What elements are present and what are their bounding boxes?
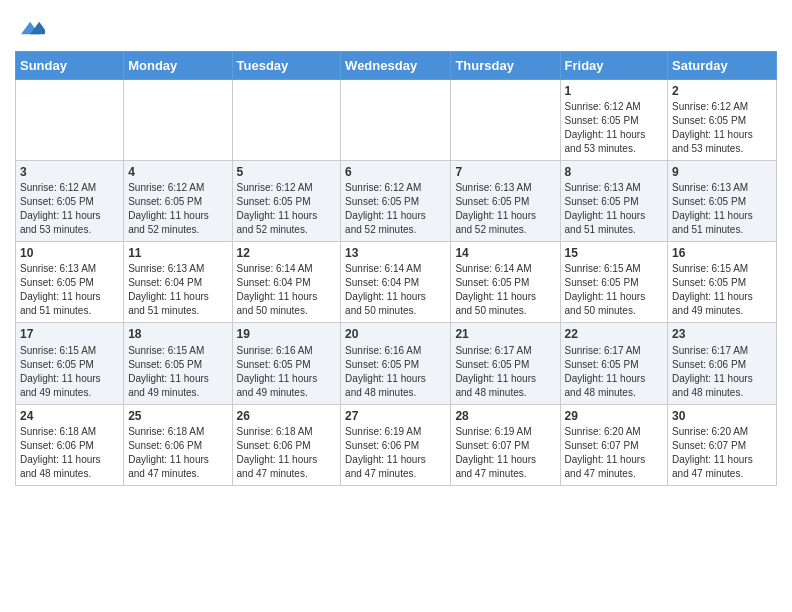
page: SundayMondayTuesdayWednesdayThursdayFrid…	[0, 0, 792, 501]
day-number: 20	[345, 326, 446, 342]
day-info: Sunrise: 6:14 AM Sunset: 6:04 PM Dayligh…	[237, 262, 337, 318]
day-info: Sunrise: 6:15 AM Sunset: 6:05 PM Dayligh…	[128, 344, 227, 400]
day-info: Sunrise: 6:13 AM Sunset: 6:05 PM Dayligh…	[672, 181, 772, 237]
day-number: 27	[345, 408, 446, 424]
day-number: 21	[455, 326, 555, 342]
calendar-cell: 4Sunrise: 6:12 AM Sunset: 6:05 PM Daylig…	[124, 160, 232, 241]
weekday-header-friday: Friday	[560, 51, 668, 79]
day-info: Sunrise: 6:13 AM Sunset: 6:05 PM Dayligh…	[565, 181, 664, 237]
calendar-cell: 8Sunrise: 6:13 AM Sunset: 6:05 PM Daylig…	[560, 160, 668, 241]
day-number: 2	[672, 83, 772, 99]
calendar-cell	[341, 79, 451, 160]
day-info: Sunrise: 6:15 AM Sunset: 6:05 PM Dayligh…	[672, 262, 772, 318]
weekday-header-monday: Monday	[124, 51, 232, 79]
day-info: Sunrise: 6:13 AM Sunset: 6:04 PM Dayligh…	[128, 262, 227, 318]
weekday-header-tuesday: Tuesday	[232, 51, 341, 79]
day-info: Sunrise: 6:14 AM Sunset: 6:04 PM Dayligh…	[345, 262, 446, 318]
day-number: 30	[672, 408, 772, 424]
calendar-cell: 2Sunrise: 6:12 AM Sunset: 6:05 PM Daylig…	[668, 79, 777, 160]
day-info: Sunrise: 6:20 AM Sunset: 6:07 PM Dayligh…	[672, 425, 772, 481]
calendar-cell	[124, 79, 232, 160]
calendar-cell: 7Sunrise: 6:13 AM Sunset: 6:05 PM Daylig…	[451, 160, 560, 241]
day-info: Sunrise: 6:19 AM Sunset: 6:07 PM Dayligh…	[455, 425, 555, 481]
day-info: Sunrise: 6:12 AM Sunset: 6:05 PM Dayligh…	[345, 181, 446, 237]
day-info: Sunrise: 6:17 AM Sunset: 6:05 PM Dayligh…	[455, 344, 555, 400]
day-number: 3	[20, 164, 119, 180]
calendar-cell: 10Sunrise: 6:13 AM Sunset: 6:05 PM Dayli…	[16, 242, 124, 323]
day-info: Sunrise: 6:12 AM Sunset: 6:05 PM Dayligh…	[672, 100, 772, 156]
day-info: Sunrise: 6:17 AM Sunset: 6:06 PM Dayligh…	[672, 344, 772, 400]
weekday-header-row: SundayMondayTuesdayWednesdayThursdayFrid…	[16, 51, 777, 79]
calendar-cell: 24Sunrise: 6:18 AM Sunset: 6:06 PM Dayli…	[16, 404, 124, 485]
day-number: 10	[20, 245, 119, 261]
day-info: Sunrise: 6:15 AM Sunset: 6:05 PM Dayligh…	[20, 344, 119, 400]
day-info: Sunrise: 6:18 AM Sunset: 6:06 PM Dayligh…	[128, 425, 227, 481]
day-number: 14	[455, 245, 555, 261]
day-number: 5	[237, 164, 337, 180]
calendar-cell: 5Sunrise: 6:12 AM Sunset: 6:05 PM Daylig…	[232, 160, 341, 241]
calendar-cell: 26Sunrise: 6:18 AM Sunset: 6:06 PM Dayli…	[232, 404, 341, 485]
week-row-2: 3Sunrise: 6:12 AM Sunset: 6:05 PM Daylig…	[16, 160, 777, 241]
calendar-cell: 28Sunrise: 6:19 AM Sunset: 6:07 PM Dayli…	[451, 404, 560, 485]
day-number: 4	[128, 164, 227, 180]
day-info: Sunrise: 6:12 AM Sunset: 6:05 PM Dayligh…	[20, 181, 119, 237]
calendar-cell: 20Sunrise: 6:16 AM Sunset: 6:05 PM Dayli…	[341, 323, 451, 404]
day-info: Sunrise: 6:20 AM Sunset: 6:07 PM Dayligh…	[565, 425, 664, 481]
day-info: Sunrise: 6:18 AM Sunset: 6:06 PM Dayligh…	[20, 425, 119, 481]
day-number: 1	[565, 83, 664, 99]
day-number: 24	[20, 408, 119, 424]
calendar-cell: 27Sunrise: 6:19 AM Sunset: 6:06 PM Dayli…	[341, 404, 451, 485]
calendar-cell: 29Sunrise: 6:20 AM Sunset: 6:07 PM Dayli…	[560, 404, 668, 485]
week-row-1: 1Sunrise: 6:12 AM Sunset: 6:05 PM Daylig…	[16, 79, 777, 160]
calendar-cell: 30Sunrise: 6:20 AM Sunset: 6:07 PM Dayli…	[668, 404, 777, 485]
logo	[15, 18, 45, 43]
calendar-cell: 11Sunrise: 6:13 AM Sunset: 6:04 PM Dayli…	[124, 242, 232, 323]
calendar-cell	[451, 79, 560, 160]
calendar-cell: 12Sunrise: 6:14 AM Sunset: 6:04 PM Dayli…	[232, 242, 341, 323]
header	[15, 10, 777, 43]
weekday-header-wednesday: Wednesday	[341, 51, 451, 79]
weekday-header-saturday: Saturday	[668, 51, 777, 79]
day-info: Sunrise: 6:14 AM Sunset: 6:05 PM Dayligh…	[455, 262, 555, 318]
calendar-cell: 9Sunrise: 6:13 AM Sunset: 6:05 PM Daylig…	[668, 160, 777, 241]
calendar-cell: 1Sunrise: 6:12 AM Sunset: 6:05 PM Daylig…	[560, 79, 668, 160]
week-row-4: 17Sunrise: 6:15 AM Sunset: 6:05 PM Dayli…	[16, 323, 777, 404]
weekday-header-thursday: Thursday	[451, 51, 560, 79]
day-number: 18	[128, 326, 227, 342]
calendar-cell: 22Sunrise: 6:17 AM Sunset: 6:05 PM Dayli…	[560, 323, 668, 404]
day-info: Sunrise: 6:19 AM Sunset: 6:06 PM Dayligh…	[345, 425, 446, 481]
calendar-cell: 23Sunrise: 6:17 AM Sunset: 6:06 PM Dayli…	[668, 323, 777, 404]
day-number: 7	[455, 164, 555, 180]
day-info: Sunrise: 6:16 AM Sunset: 6:05 PM Dayligh…	[345, 344, 446, 400]
day-number: 26	[237, 408, 337, 424]
day-number: 9	[672, 164, 772, 180]
week-row-3: 10Sunrise: 6:13 AM Sunset: 6:05 PM Dayli…	[16, 242, 777, 323]
day-number: 17	[20, 326, 119, 342]
day-number: 15	[565, 245, 664, 261]
logo-text	[15, 18, 45, 43]
day-info: Sunrise: 6:12 AM Sunset: 6:05 PM Dayligh…	[565, 100, 664, 156]
calendar-cell: 25Sunrise: 6:18 AM Sunset: 6:06 PM Dayli…	[124, 404, 232, 485]
day-info: Sunrise: 6:12 AM Sunset: 6:05 PM Dayligh…	[237, 181, 337, 237]
weekday-header-sunday: Sunday	[16, 51, 124, 79]
calendar-cell: 6Sunrise: 6:12 AM Sunset: 6:05 PM Daylig…	[341, 160, 451, 241]
week-row-5: 24Sunrise: 6:18 AM Sunset: 6:06 PM Dayli…	[16, 404, 777, 485]
calendar-cell: 17Sunrise: 6:15 AM Sunset: 6:05 PM Dayli…	[16, 323, 124, 404]
calendar-cell: 13Sunrise: 6:14 AM Sunset: 6:04 PM Dayli…	[341, 242, 451, 323]
calendar-cell: 18Sunrise: 6:15 AM Sunset: 6:05 PM Dayli…	[124, 323, 232, 404]
day-number: 28	[455, 408, 555, 424]
calendar-cell	[232, 79, 341, 160]
day-number: 19	[237, 326, 337, 342]
day-number: 13	[345, 245, 446, 261]
day-info: Sunrise: 6:16 AM Sunset: 6:05 PM Dayligh…	[237, 344, 337, 400]
day-info: Sunrise: 6:18 AM Sunset: 6:06 PM Dayligh…	[237, 425, 337, 481]
calendar-cell: 14Sunrise: 6:14 AM Sunset: 6:05 PM Dayli…	[451, 242, 560, 323]
day-info: Sunrise: 6:12 AM Sunset: 6:05 PM Dayligh…	[128, 181, 227, 237]
day-info: Sunrise: 6:15 AM Sunset: 6:05 PM Dayligh…	[565, 262, 664, 318]
day-info: Sunrise: 6:13 AM Sunset: 6:05 PM Dayligh…	[455, 181, 555, 237]
calendar-cell: 19Sunrise: 6:16 AM Sunset: 6:05 PM Dayli…	[232, 323, 341, 404]
day-info: Sunrise: 6:13 AM Sunset: 6:05 PM Dayligh…	[20, 262, 119, 318]
day-number: 11	[128, 245, 227, 261]
calendar-cell: 21Sunrise: 6:17 AM Sunset: 6:05 PM Dayli…	[451, 323, 560, 404]
calendar-cell: 3Sunrise: 6:12 AM Sunset: 6:05 PM Daylig…	[16, 160, 124, 241]
